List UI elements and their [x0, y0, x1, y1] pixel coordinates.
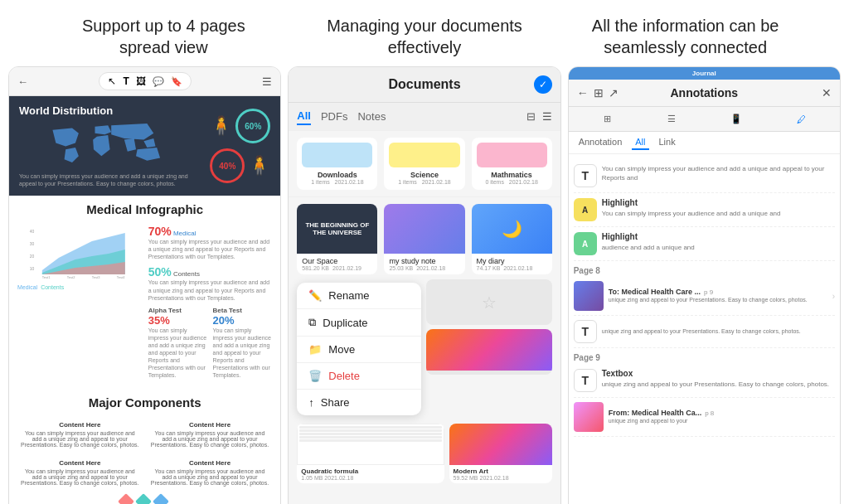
page8-desc1: unique zing and appeal to your Presentat…: [609, 296, 827, 303]
component-item-4: Content Here You can simply impress your…: [148, 456, 273, 489]
file-modern-art[interactable]: Modern Art 59.52 MB 2021.02.18: [449, 424, 552, 483]
file-study-note[interactable]: my study note 25.03 KB 2021.02.18: [384, 204, 464, 274]
label-contents: Contents: [41, 284, 64, 290]
area-chart-svg: 40 30 20 10 Test1 Test2 Test3: [17, 225, 142, 279]
panel2-tabs: All PDFs Notes ⊟ ☰: [289, 103, 560, 131]
world-map-svg: [19, 120, 203, 166]
folder-downloads[interactable]: Downloads 1 items 2021.02.18: [297, 138, 377, 190]
file-name-study: my study note: [389, 257, 459, 265]
chart-left: 40 30 20 10 Test1 Test2 Test3: [17, 225, 142, 379]
tab-all[interactable]: All: [297, 108, 311, 125]
menu-rename[interactable]: ✏️ Rename: [297, 283, 421, 309]
stat-circle-teal: 60%: [235, 109, 270, 143]
cursor-icon[interactable]: ↖: [108, 75, 116, 87]
menu-share[interactable]: ↑ Share: [297, 390, 421, 415]
page9-desc: unique zing and appeal to your Presentat…: [602, 380, 835, 389]
page8-desc2: unique zing and appeal to your Presentat…: [602, 327, 835, 335]
ann-tab-annotation[interactable]: Annotation: [575, 135, 626, 150]
menu-delete[interactable]: 🗑️ Delete: [297, 363, 421, 390]
ann-icon-green: A: [574, 232, 597, 255]
svg-text:40: 40: [30, 229, 35, 234]
panel2-folders: Downloads 1 items 2021.02.18 Science 1 i…: [289, 131, 560, 197]
page9-from-num: p 8: [705, 410, 714, 417]
p3-tab-grid[interactable]: ⊞: [575, 110, 640, 128]
svg-text:Test3: Test3: [92, 275, 100, 279]
p3-tab-device[interactable]: 📱: [704, 110, 769, 128]
toolbar-left: ←: [17, 75, 28, 88]
ann-tab-all[interactable]: All: [632, 135, 648, 150]
diamond-3: [153, 494, 169, 504]
share-icon-p3[interactable]: ↗: [609, 86, 619, 99]
p3-tab-list[interactable]: ☰: [639, 110, 704, 128]
panel1-toolbar: ← ↖ T 🖼 💬 🔖 ☰: [9, 67, 280, 96]
toolbar-tools: ↖ T 🖼 💬 🔖: [99, 72, 191, 90]
comp-header-4: Content Here: [151, 459, 269, 467]
menu-icon[interactable]: ☰: [262, 75, 272, 88]
speech-icon[interactable]: 💬: [153, 76, 164, 87]
heading-col1: Support up to 4 pages spread view: [46, 15, 281, 58]
diamond-grid: [120, 496, 170, 504]
back-icon[interactable]: ←: [17, 75, 28, 88]
ann-page8-item1[interactable]: To: Medical Health Care ... p 9 unique z…: [574, 277, 835, 316]
right-side-files: ☆: [426, 279, 551, 419]
page9-from-title: From: Medical Health Ca...: [609, 409, 702, 417]
menu-duplicate[interactable]: ⧉ Duplicate: [297, 309, 421, 337]
ann-arrow-1[interactable]: ›: [832, 292, 835, 301]
svg-text:30: 30: [30, 241, 35, 246]
list-icon[interactable]: ☰: [542, 110, 552, 123]
page8-title-row: To: Medical Health Care ... p 9: [609, 288, 827, 296]
thumb-mini-2: [574, 402, 604, 432]
image-icon[interactable]: 🖼: [136, 75, 146, 87]
grid-icon-p3[interactable]: ⊞: [594, 86, 604, 99]
chart-area: 40 30 20 10 Test1 Test2 Test3: [9, 220, 280, 384]
ann-item-3: A Highlight audience and add a unique an…: [574, 227, 835, 261]
comp-text-4: You can simply impress your audience and…: [151, 468, 269, 486]
file-quadratic[interactable]: Quadratic formula 1.05 MB 2021.02.18: [297, 424, 444, 483]
beta-label: Beta Test: [213, 307, 273, 314]
journal-banner: Journal: [569, 67, 840, 80]
check-button[interactable]: ✓: [534, 75, 552, 94]
folder-science[interactable]: Science 1 items 2021.02.18: [384, 138, 464, 190]
ann-page9-from[interactable]: From: Medical Health Ca... p 8 unique zi…: [574, 398, 835, 437]
figure-icon-2: 🧍: [248, 155, 270, 177]
comp-text-2: You can simply impress your audience and…: [151, 430, 269, 448]
ann-page9-text: Textbox unique zing and appeal to your P…: [602, 369, 835, 389]
file-our-space[interactable]: THE BEGINNING OF THE UNIVERSE Our Space …: [297, 204, 377, 274]
ann-item-2: A Highlight You can simply impress your …: [574, 193, 835, 227]
components-grid: Content Here You can simply impress your…: [17, 418, 272, 489]
file-art-meta: 59.52 MB 2021.02.18: [454, 475, 548, 481]
back-icon-p3[interactable]: ←: [577, 86, 589, 99]
filter-icon[interactable]: ⊟: [526, 110, 536, 123]
stat-circles: 🧍 60% 40% 🧍: [210, 109, 270, 183]
alpha-beta: Alpha Test 35% You can simply impress yo…: [148, 307, 273, 380]
tab-notes[interactable]: Notes: [357, 109, 386, 124]
close-icon-p3[interactable]: ✕: [822, 86, 832, 99]
p3-tab-annotations[interactable]: 🖊: [769, 111, 833, 128]
svg-text:Test4: Test4: [117, 275, 125, 279]
component-item-1: Content Here You can simply impress your…: [17, 418, 143, 451]
file-thumb-space: THE BEGINNING OF THE UNIVERSE: [297, 204, 377, 254]
file-diary[interactable]: 🌙 My diary 74.17 KB 2021.02.18: [472, 204, 552, 274]
ann-tab-link[interactable]: Link: [656, 135, 679, 150]
file-quadratic-thumb: [297, 424, 444, 465]
text-icon[interactable]: T: [123, 75, 129, 87]
move-icon: 📁: [308, 343, 322, 356]
figure-icon-1: 🧍: [210, 115, 232, 137]
ann-page8-text1: To: Medical Health Care ... p 9 unique z…: [609, 288, 827, 303]
line-3: [299, 433, 441, 435]
alpha-label: Alpha Test: [148, 307, 208, 314]
share-icon: ↑: [308, 396, 314, 409]
ann-thumb-p9: [574, 402, 604, 432]
panel-annotations: Journal ← ⊞ ↗ Annotations ✕ ⊞ ☰ 📱 🖊 Anno…: [568, 66, 841, 504]
file-info-space: Our Space 581.20 KB 2021.02.19: [297, 254, 377, 274]
ann-thumb-p8-1: [574, 281, 604, 311]
tab-pdfs[interactable]: PDFs: [321, 109, 348, 124]
diamond-1: [118, 494, 134, 504]
page8-title: To: Medical Health Care ...: [609, 288, 701, 296]
ann-title-3: Highlight: [602, 232, 835, 241]
folder-items-downloads: 1 items 2021.02.18: [302, 179, 372, 185]
bookmark-icon[interactable]: 🔖: [171, 76, 182, 87]
folder-mathmatics[interactable]: Mathmatics 0 items 2021.02.18: [472, 138, 552, 190]
ann-text-2: Highlight You can simply impress your au…: [602, 198, 835, 218]
menu-move[interactable]: 📁 Move: [297, 337, 421, 363]
